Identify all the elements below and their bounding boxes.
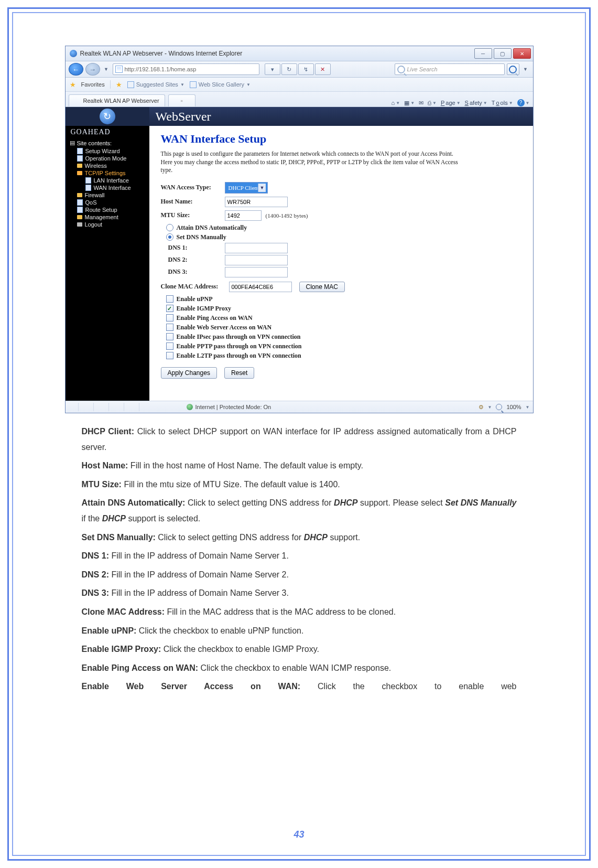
input-dns1[interactable] [225,243,288,253]
tab-row: Realtek WLAN AP Webserver ▫ ⌂ ▼ ▦ ▼ ✉ ⎙ … [66,92,533,107]
nav-logout[interactable]: Logout [68,221,149,228]
nav-operation-mode[interactable]: Operation Mode [68,155,149,162]
brand-strip: WebServer [149,107,533,126]
web-slice-gallery-link[interactable]: Web Slice Gallery ▼ [190,81,251,88]
search-go-button[interactable] [507,63,519,75]
chk-upnp[interactable]: Enable uPNP [166,295,521,303]
window-titlebar: Realtek WLAN AP Webserver - Windows Inte… [66,46,533,61]
nav-tree: ▤ Site contents: Setup Wizard Operation … [66,137,149,233]
favorites-label[interactable]: Favorites [81,81,105,88]
content-area: WebServer WAN Interface Setup This page … [149,107,533,401]
nav-firewall[interactable]: Firewall [68,191,149,199]
tree-title: ▤ Site contents: [68,138,149,147]
add-to-favbar-icon[interactable]: ★ [116,81,122,89]
input-clone-mac[interactable] [229,282,292,292]
apply-changes-button[interactable]: Apply Changes [161,367,217,379]
separator [110,80,111,89]
input-mtu-size[interactable] [225,210,262,221]
reset-button[interactable]: Reset [224,367,254,379]
brand-webserver: WebServer [156,110,211,124]
globe-icon [187,404,193,410]
nav-wireless[interactable]: Wireless [68,162,149,169]
compat-dropdown[interactable]: ▾ [265,63,280,75]
checkbox-icon [166,352,173,359]
feeds-button[interactable]: ▦ ▼ [404,100,415,106]
search-provider-dropdown[interactable]: ▼ [521,64,530,74]
input-host-name[interactable] [225,197,288,207]
page-number: 43 [13,829,585,840]
checkbox-icon [166,333,173,340]
chk-l2tp[interactable]: Enable L2TP pass through on VPN connecti… [166,352,521,360]
back-button[interactable]: ← [69,63,83,76]
nav-route-setup[interactable]: Route Setup [68,206,149,213]
chk-web-wan[interactable]: Enable Web Server Access on WAN [166,324,521,331]
nav-history-dropdown[interactable]: ▼ [102,64,111,74]
minimize-button[interactable]: ─ [474,48,492,59]
chk-ping-wan[interactable]: Enable Ping Access on WAN [166,314,521,322]
chk-igmp[interactable]: ✓Enable IGMP Proxy [166,305,521,313]
select-wan-access-type[interactable]: DHCP Client [225,182,268,194]
maximize-button[interactable]: ▢ [494,48,512,59]
stop-button[interactable]: ✕ [315,63,331,75]
status-bar: Internet | Protected Mode: On ⚙▼ 100% ▼ [66,401,533,413]
search-icon [397,66,405,73]
row-host-name: Host Name: [161,197,521,207]
address-field[interactable]: http://192.168.1.1/home.asp [113,63,259,75]
search-placeholder: Live Search [407,66,438,72]
input-dns2[interactable] [225,255,288,265]
screenshot-figure: Realtek WLAN AP Webserver - Windows Inte… [65,46,534,413]
zoom-icon[interactable] [496,404,502,410]
row-wan-access-type: WAN Access Type: DHCP Client [161,182,521,194]
checkbox-icon [166,314,173,322]
zoom-level[interactable]: 100% [506,404,521,410]
search-field[interactable]: Live Search [395,63,505,75]
row-mtu-size: MTU Size: (1400-1492 bytes) [161,210,521,221]
nav-lan-interface[interactable]: LAN Interface [68,177,149,184]
label-host-name: Host Name: [161,198,225,206]
favorites-bar: ★ Favorites ★ Suggested Sites ▼ Web Slic… [66,78,533,92]
input-dns3[interactable] [225,267,288,277]
new-tab-button[interactable]: ▫ [168,94,195,106]
radio-attain-dns[interactable]: Attain DNS Automatically [166,224,521,232]
window-title: Realtek WLAN AP Webserver - Windows Inte… [80,50,474,57]
chk-ipsec[interactable]: Enable IPsec pass through on VPN connect… [166,333,521,341]
suggested-sites-link[interactable]: Suggested Sites ▼ [127,81,184,88]
clone-mac-button[interactable]: Clone MAC [299,282,345,292]
label-wan-access-type: WAN Access Type: [161,184,225,191]
forward-button[interactable]: → [85,63,100,76]
nav-wan-interface[interactable]: WAN Interface [68,184,149,191]
page-viewport: ↻ GOAHEAD ▤ Site contents: Setup Wizard … [66,107,533,401]
tools-menu[interactable]: Tools ▼ [492,100,513,106]
radio-set-dns[interactable]: Set DNS Manually [166,233,521,241]
hint-mtu: (1400-1492 bytes) [266,212,308,219]
checkbox-icon [166,295,173,303]
chk-pptp[interactable]: Enable PPTP pass through on VPN connecti… [166,342,521,350]
row-dns1: DNS 1: [168,243,521,253]
help-button[interactable]: ?▼ [517,99,530,106]
command-strip: ⌂ ▼ ▦ ▼ ✉ ⎙ ▼ Page ▼ Safety ▼ Tools ▼ ?▼ [392,99,530,106]
print-button[interactable]: ⎙ ▼ [428,100,437,106]
zoom-dropdown[interactable]: ▼ [526,405,530,410]
checkbox-icon: ✓ [166,305,173,312]
close-button[interactable]: ✕ [513,48,531,59]
nav-qos[interactable]: QoS [68,199,149,206]
button-row: Apply Changes Reset [161,367,521,379]
checkbox-icon [166,342,173,350]
read-mail-button[interactable]: ✉ [419,100,423,106]
refresh-button[interactable]: ↻ [281,63,297,75]
tab-active[interactable]: Realtek WLAN AP Webserver [69,94,165,106]
star-icon[interactable]: ★ [70,81,76,89]
nav-management[interactable]: Management [68,213,149,221]
protected-mode-icon[interactable]: ⚙ [479,404,484,411]
compat-view-button[interactable]: ↯ [298,63,314,75]
document-body: DHCP Client: Click to select DHCP suppor… [82,424,517,694]
home-button[interactable]: ⌂ ▼ [392,100,400,106]
page-menu[interactable]: Page ▼ [441,100,461,106]
nav-setup-wizard[interactable]: Setup Wizard [68,147,149,155]
safety-menu[interactable]: Safety ▼ [465,100,487,106]
radio-icon [166,233,173,241]
page-description: This page is used to configure the param… [161,150,465,175]
label-clone-mac: Clone MAC Address: [161,283,229,291]
page-icon [115,66,123,73]
nav-tcpip-settings[interactable]: TCP/IP Settings [68,169,149,177]
